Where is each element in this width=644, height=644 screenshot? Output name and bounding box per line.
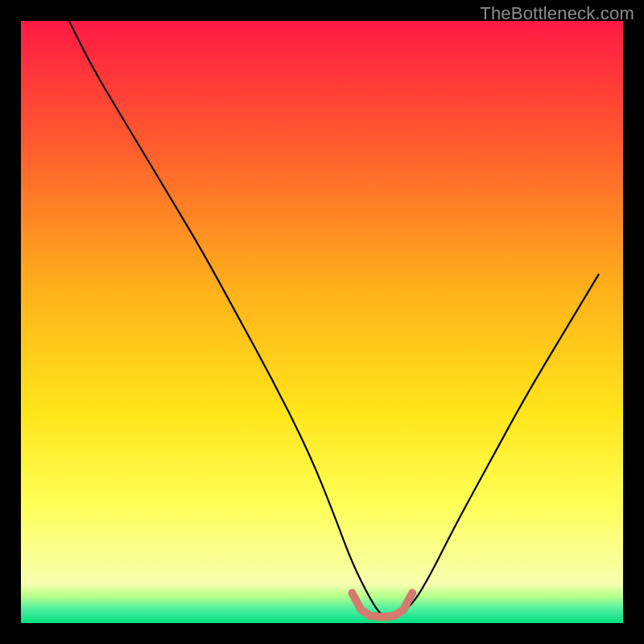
chart-svg — [0, 0, 644, 644]
watermark-text: TheBottleneck.com — [480, 3, 634, 24]
plot-background — [21, 21, 623, 623]
plot-area — [21, 21, 623, 623]
chart-container: TheBottleneck.com — [0, 0, 644, 644]
